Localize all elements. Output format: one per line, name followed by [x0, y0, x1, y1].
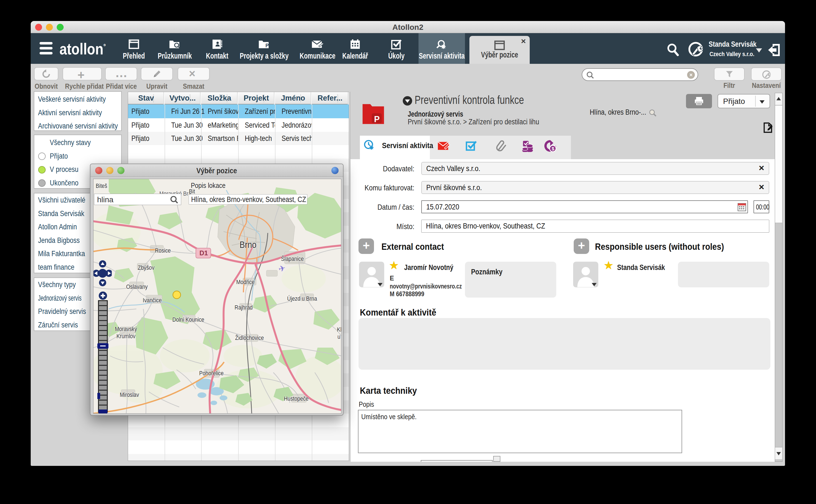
svg-text:$: $ — [551, 146, 554, 151]
svg-text:P: P — [266, 43, 269, 48]
svg-text:P: P — [374, 114, 380, 124]
svg-text:D1: D1 — [199, 249, 208, 257]
